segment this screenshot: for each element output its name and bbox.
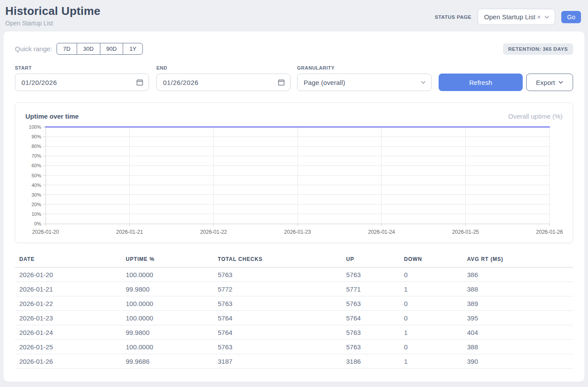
quick-range-label: Quick range: [15, 45, 52, 53]
svg-text:50%: 50% [32, 173, 41, 178]
quick-range-1y[interactable]: 1Y [123, 43, 143, 55]
table-cell: 100.0000 [121, 311, 213, 325]
svg-text:2026-01-21: 2026-01-21 [116, 229, 143, 235]
column-header: TOTAL CHECKS [213, 253, 342, 267]
table-cell: 5763 [213, 340, 342, 354]
table-cell: 5764 [213, 311, 342, 325]
uptime-chart-card: Uptime over time Overall uptime (%) 0%10… [15, 102, 573, 243]
table-cell: 389 [463, 296, 573, 311]
table-cell: 5763 [342, 267, 400, 282]
table-row: 2026-01-2699.9686318731861390 [15, 354, 573, 369]
column-header: DOWN [400, 253, 463, 267]
status-page-label: STATUS PAGE [435, 14, 471, 20]
end-date-field: END 01/26/2026 [156, 65, 290, 91]
table-cell: 5763 [342, 340, 400, 354]
start-date-label: START [15, 65, 149, 70]
table-cell: 5763 [342, 325, 400, 340]
svg-text:20%: 20% [32, 202, 41, 207]
granularity-label: GRANULARITY [297, 65, 432, 70]
table-cell: 5772 [213, 282, 342, 296]
table-cell: 2026-01-26 [15, 354, 121, 369]
status-page-select[interactable]: Open Startup List × [478, 9, 556, 25]
svg-text:2026-01-20: 2026-01-20 [32, 229, 59, 235]
chevron-down-icon [558, 80, 563, 85]
export-button[interactable]: Export [526, 74, 573, 91]
chart-legend: Overall uptime (%) [508, 113, 563, 120]
table-row: 2026-01-23100.0000576457640395 [15, 311, 573, 325]
filter-form-row: START 01/20/2026 END 01/26/2026 GRANULAR… [15, 65, 573, 91]
page-title: Historical Uptime [5, 4, 100, 18]
column-header: DATE [15, 253, 121, 267]
uptime-chart-canvas[interactable]: 0%10%20%30%40%50%60%70%80%90%100%2026-01… [25, 123, 563, 236]
table-row: 2026-01-20100.0000576357630386 [15, 267, 573, 282]
table-cell: 99.9686 [121, 354, 213, 369]
column-header: UP [342, 253, 400, 267]
quick-range-90d[interactable]: 90D [100, 43, 124, 55]
table-cell: 99.9800 [121, 282, 213, 296]
table-row: 2026-01-25100.0000576357630388 [15, 340, 573, 354]
start-date-field: START 01/20/2026 [15, 65, 149, 91]
svg-text:2026-01-22: 2026-01-22 [200, 229, 227, 235]
table-cell: 390 [463, 354, 573, 369]
page-subtitle: Open Startup List [5, 20, 100, 27]
table-cell: 3186 [342, 354, 400, 369]
table-cell: 5771 [342, 282, 400, 296]
table-cell: 100.0000 [121, 340, 213, 354]
table-cell: 3187 [213, 354, 342, 369]
svg-text:2026-01-24: 2026-01-24 [368, 229, 395, 235]
status-page-select-value: Open Startup List [484, 13, 535, 21]
refresh-button[interactable]: Refresh [439, 74, 523, 91]
table-cell: 5764 [213, 325, 342, 340]
uptime-table-body: 2026-01-20100.00005763576303862026-01-21… [15, 267, 573, 369]
table-cell: 2026-01-20 [15, 267, 121, 282]
table-row: 2026-01-22100.0000576357630389 [15, 296, 573, 311]
header-right: STATUS PAGE Open Startup List × Go [435, 9, 581, 25]
chart-header: Uptime over time Overall uptime (%) [25, 113, 563, 120]
table-row: 2026-01-2499.9800576457631404 [15, 325, 573, 340]
table-cell: 388 [463, 282, 573, 296]
table-cell: 2026-01-22 [15, 296, 121, 311]
chevron-down-icon [421, 80, 426, 85]
column-header: UPTIME % [121, 253, 213, 267]
table-cell: 100.0000 [121, 267, 213, 282]
svg-text:10%: 10% [32, 211, 41, 217]
end-date-input[interactable]: 01/26/2026 [156, 74, 290, 91]
go-button[interactable]: Go [561, 11, 581, 23]
table-cell: 0 [400, 311, 463, 325]
granularity-select[interactable]: Page (overall) [297, 74, 432, 91]
table-cell: 0 [400, 267, 463, 282]
svg-text:40%: 40% [32, 183, 41, 188]
table-cell: 5764 [342, 311, 400, 325]
granularity-value: Page (overall) [304, 79, 345, 86]
svg-text:2026-01-25: 2026-01-25 [452, 229, 479, 235]
top-header: Historical Uptime Open Startup List STAT… [0, 0, 588, 32]
svg-text:80%: 80% [32, 144, 41, 149]
table-cell: 99.9800 [121, 325, 213, 340]
calendar-icon[interactable] [136, 79, 143, 86]
table-cell: 2026-01-24 [15, 325, 121, 340]
svg-text:30%: 30% [32, 192, 41, 197]
quick-range-7d[interactable]: 7D [57, 43, 77, 55]
table-row: 2026-01-2199.9800577257711388 [15, 282, 573, 296]
clear-icon[interactable]: × [537, 13, 541, 21]
granularity-field: GRANULARITY Page (overall) [297, 65, 432, 91]
chevron-down-icon [544, 14, 549, 20]
uptime-table-head: DATEUPTIME %TOTAL CHECKSUPDOWNAVG RT (MS… [15, 253, 573, 267]
retention-badge: RETENTION: 365 DAYS [503, 43, 573, 55]
uptime-table: DATEUPTIME %TOTAL CHECKSUPDOWNAVG RT (MS… [15, 253, 573, 369]
table-cell: 1 [400, 325, 463, 340]
svg-text:60%: 60% [32, 163, 41, 168]
start-date-input[interactable]: 01/20/2026 [15, 74, 149, 91]
table-cell: 2026-01-25 [15, 340, 121, 354]
quick-range-30d[interactable]: 30D [77, 43, 100, 55]
chart-title: Uptime over time [25, 113, 79, 120]
svg-text:100%: 100% [29, 124, 41, 130]
calendar-icon[interactable] [278, 79, 285, 86]
table-cell: 1 [400, 282, 463, 296]
svg-text:2026-01-26: 2026-01-26 [536, 229, 563, 235]
svg-text:2026-01-23: 2026-01-23 [284, 229, 311, 235]
table-cell: 100.0000 [121, 296, 213, 311]
end-date-label: END [156, 65, 290, 70]
column-header: AVG RT (MS) [463, 253, 573, 267]
main-panel: Quick range: 7D30D90D1Y RETENTION: 365 D… [4, 32, 584, 382]
